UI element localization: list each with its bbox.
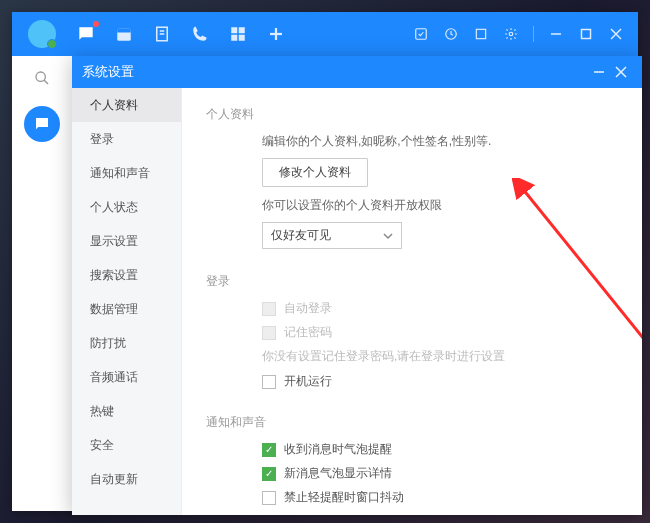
settings-content: 个人资料 编辑你的个人资料,如昵称,个性签名,性别等. 修改个人资料 你可以设置… [182, 88, 642, 515]
sidebar-item-10[interactable]: 安全 [72, 428, 181, 462]
section-title-notify: 通知和声音 [206, 414, 618, 431]
privacy-select[interactable]: 仅好友可见 [262, 222, 402, 249]
remember-pwd-row: 记住密码 [262, 324, 618, 341]
folder-icon[interactable] [473, 26, 489, 42]
settings-close-icon[interactable] [610, 61, 632, 83]
svg-point-19 [36, 72, 45, 81]
sidebar-item-0[interactable]: 个人资料 [72, 88, 181, 122]
startup-checkbox[interactable] [262, 375, 276, 389]
auto-login-label: 自动登录 [284, 300, 332, 317]
sidebar-item-8[interactable]: 音频通话 [72, 360, 181, 394]
phone-icon[interactable] [190, 24, 210, 44]
edit-profile-button[interactable]: 修改个人资料 [262, 158, 368, 187]
privacy-desc: 你可以设置你的个人资料开放权限 [262, 197, 618, 214]
settings-titlebar: 系统设置 [72, 56, 642, 88]
svg-rect-6 [239, 27, 245, 33]
minimize-icon[interactable] [548, 26, 564, 42]
chat-list-item[interactable] [24, 106, 60, 142]
section-title-profile: 个人资料 [206, 106, 618, 123]
svg-point-14 [509, 32, 513, 36]
sidebar-item-7[interactable]: 防打扰 [72, 326, 181, 360]
left-column [12, 56, 72, 511]
settings-title: 系统设置 [82, 63, 134, 81]
startup-label: 开机运行 [284, 373, 332, 390]
maximize-icon[interactable] [578, 26, 594, 42]
gear-icon[interactable] [503, 26, 519, 42]
settings-sidebar: 个人资料登录通知和声音个人状态显示设置搜索设置数据管理防打扰音频通话热键安全自动… [72, 88, 182, 515]
svg-line-20 [44, 80, 48, 84]
add-icon[interactable] [266, 24, 286, 44]
chat-tab-icon[interactable] [76, 24, 96, 44]
sidebar-item-3[interactable]: 个人状态 [72, 190, 181, 224]
feedback-icon[interactable] [413, 26, 429, 42]
sidebar-item-1[interactable]: 登录 [72, 122, 181, 156]
svg-rect-1 [117, 29, 131, 33]
profile-desc: 编辑你的个人资料,如昵称,个性签名,性别等. [262, 133, 618, 150]
notify-checkbox-1[interactable] [262, 467, 276, 481]
chevron-down-icon [383, 231, 393, 241]
notify-row-3[interactable]: 关闭声音提示 [262, 513, 618, 515]
settings-window: 系统设置 个人资料登录通知和声音个人状态显示设置搜索设置数据管理防打扰音频通话热… [72, 56, 642, 515]
calendar-icon[interactable] [114, 24, 134, 44]
sidebar-item-5[interactable]: 搜索设置 [72, 258, 181, 292]
svg-rect-5 [231, 27, 237, 33]
svg-rect-11 [416, 29, 427, 40]
apps-icon[interactable] [228, 24, 248, 44]
notify-checkbox-3[interactable] [262, 515, 276, 516]
sidebar-item-2[interactable]: 通知和声音 [72, 156, 181, 190]
settings-minimize-icon[interactable] [588, 61, 610, 83]
svg-rect-8 [239, 35, 245, 41]
notify-row-0[interactable]: 收到消息时气泡提醒 [262, 441, 618, 458]
main-window: 系统设置 个人资料登录通知和声音个人状态显示设置搜索设置数据管理防打扰音频通话热… [12, 12, 638, 511]
notify-label-2: 禁止轻提醒时窗口抖动 [284, 489, 404, 506]
svg-rect-7 [231, 35, 237, 41]
avatar[interactable] [28, 20, 56, 48]
privacy-select-value: 仅好友可见 [271, 227, 331, 244]
notify-label-0: 收到消息时气泡提醒 [284, 441, 392, 458]
search-icon[interactable] [28, 64, 56, 92]
main-titlebar [12, 12, 638, 56]
auto-login-row: 自动登录 [262, 300, 618, 317]
svg-rect-13 [476, 29, 485, 38]
sidebar-item-11[interactable]: 自动更新 [72, 462, 181, 496]
svg-rect-16 [582, 30, 591, 39]
notify-label-1: 新消息气泡显示详情 [284, 465, 392, 482]
remember-pwd-checkbox [262, 326, 276, 340]
startup-row[interactable]: 开机运行 [262, 373, 618, 390]
notify-label-3: 关闭声音提示 [284, 513, 356, 515]
notify-row-2[interactable]: 禁止轻提醒时窗口抖动 [262, 489, 618, 506]
section-title-login: 登录 [206, 273, 618, 290]
login-hint: 你没有设置记住登录密码,请在登录时进行设置 [262, 348, 618, 365]
notify-checkbox-2[interactable] [262, 491, 276, 505]
notify-checkbox-0[interactable] [262, 443, 276, 457]
notify-row-1[interactable]: 新消息气泡显示详情 [262, 465, 618, 482]
remember-pwd-label: 记住密码 [284, 324, 332, 341]
sidebar-item-4[interactable]: 显示设置 [72, 224, 181, 258]
close-icon[interactable] [608, 26, 624, 42]
doc-icon[interactable] [152, 24, 172, 44]
sidebar-item-9[interactable]: 热键 [72, 394, 181, 428]
sidebar-item-6[interactable]: 数据管理 [72, 292, 181, 326]
history-icon[interactable] [443, 26, 459, 42]
auto-login-checkbox [262, 302, 276, 316]
